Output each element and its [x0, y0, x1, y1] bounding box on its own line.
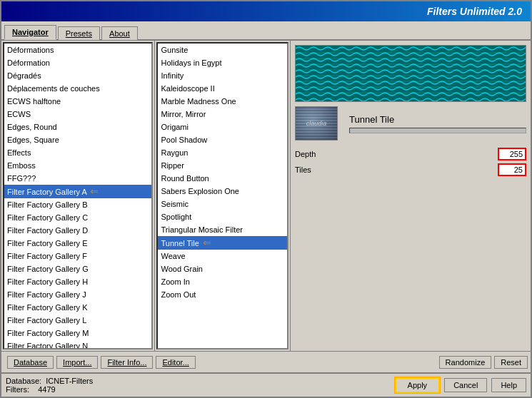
bottom-toolbar: Database Import... Filter Info... Editor… [1, 351, 531, 372]
import-button[interactable]: Import... [56, 356, 98, 369]
list-item[interactable]: Filter Factory Gallery C [4, 211, 151, 224]
right-panel: claudia Tunnel Tile Depth 255 [291, 41, 531, 351]
list-item[interactable]: Déplacements de couches [4, 82, 151, 95]
list-item-tunnel-tile[interactable]: Tunnel Tile ⇐ [158, 236, 287, 250]
status-info: Database: ICNET-Filters Filters: 4479 [6, 377, 93, 394]
list-item[interactable]: Seismic [158, 198, 287, 210]
list-item[interactable]: Dégradés [4, 69, 151, 82]
list-item[interactable]: Holidays in Egypt [158, 56, 287, 69]
param-row-depth: Depth 255 [295, 148, 526, 160]
cancel-button[interactable]: Cancel [444, 378, 487, 392]
preview-image [295, 45, 526, 102]
list-item[interactable]: Filter Factory Gallery J [4, 288, 151, 301]
filter-info-button[interactable]: Filter Info... [101, 356, 153, 369]
list-item[interactable]: Filter Factory Gallery M [4, 327, 151, 340]
param-label-depth: Depth [295, 150, 498, 158]
action-buttons: Apply Cancel Help [136, 377, 526, 393]
list-item[interactable]: Triangular Mosaic Filter [158, 223, 287, 236]
preview-svg [296, 46, 526, 101]
tab-about[interactable]: About [101, 26, 138, 40]
filter-column: Gunsite Holidays in Egypt Infinity Kalei… [154, 41, 290, 351]
list-item[interactable]: Pool Shadow [158, 133, 287, 146]
list-item[interactable]: ECWS [4, 108, 151, 121]
list-item[interactable]: Mirror, Mirror [158, 108, 287, 121]
list-item[interactable]: Filter Factory Gallery N [4, 340, 151, 349]
app-title: Filters Unlimited 2.0 [427, 6, 522, 17]
params-table: Depth 255 Tiles 25 [295, 148, 526, 179]
list-item[interactable]: Edges, Square [4, 133, 151, 146]
list-item[interactable]: Edges, Round [4, 121, 151, 133]
list-item[interactable]: Zoom Out [158, 288, 287, 301]
filter-name-label: Tunnel Tile [349, 114, 394, 125]
category-list[interactable]: Déformations Déformation Dégradés Déplac… [3, 42, 153, 349]
left-columns: Déformations Déformation Dégradés Déplac… [1, 41, 291, 351]
arrow-icon: ⇐ [90, 185, 99, 197]
database-button[interactable]: Database [7, 356, 54, 369]
thumbnail-label: claudia [306, 120, 327, 127]
list-item[interactable]: ECWS halftone [4, 95, 151, 108]
svg-rect-1 [296, 46, 526, 101]
help-button[interactable]: Help [491, 378, 526, 392]
randomize-button[interactable]: Randomize [439, 356, 492, 369]
tab-navigator[interactable]: Navigator [4, 25, 56, 40]
list-item[interactable]: Filter Factory Gallery H [4, 275, 151, 288]
tab-presets[interactable]: Presets [58, 26, 100, 40]
list-item[interactable]: Ripper [158, 159, 287, 172]
param-label-tiles: Tiles [295, 165, 498, 174]
list-item[interactable]: Emboss [4, 159, 151, 172]
list-item[interactable]: Weave [158, 250, 287, 262]
list-item[interactable]: Filter Factory Gallery L [4, 314, 151, 327]
reset-button[interactable]: Reset [494, 356, 528, 369]
list-item[interactable]: Infinity [158, 69, 287, 82]
param-row-tiles: Tiles 25 [295, 163, 526, 176]
preview-label-row: claudia Tunnel Tile [295, 106, 526, 141]
list-item[interactable]: Spotlight [158, 210, 287, 223]
list-item[interactable]: Wood Grain [158, 262, 287, 275]
list-item[interactable]: Round Button [158, 172, 287, 185]
list-item-selected[interactable]: Filter Factory Gallery A ⇐ [4, 185, 151, 198]
thumbnail-inner: claudia [296, 107, 337, 140]
database-status: Database: ICNET-Filters [6, 377, 93, 385]
tab-bar: Navigator Presets About [1, 21, 531, 41]
list-item[interactable]: Raygun [158, 146, 287, 159]
arrow-icon: ⇐ [203, 237, 211, 248]
apply-button[interactable]: Apply [395, 377, 441, 393]
list-item[interactable]: Filter Factory Gallery F [4, 250, 151, 262]
list-item[interactable]: Filter Factory Gallery G [4, 262, 151, 275]
category-column: Déformations Déformation Dégradés Déplac… [1, 41, 154, 351]
preview-thumbnail: claudia [295, 106, 338, 141]
title-bar: Filters Unlimited 2.0 [1, 1, 531, 21]
main-window: Filters Unlimited 2.0 Navigator Presets … [0, 0, 532, 398]
filters-status: Filters: 4479 [6, 385, 93, 394]
filter-list[interactable]: Gunsite Holidays in Egypt Infinity Kalei… [156, 42, 288, 349]
list-item[interactable]: Gunsite [158, 44, 287, 56]
list-item[interactable]: Effects [4, 146, 151, 159]
list-item[interactable]: Déformation [4, 56, 151, 69]
list-item[interactable]: Origami [158, 121, 287, 133]
list-item[interactable]: Zoom In [158, 275, 287, 288]
list-item[interactable]: Sabers Explosion One [158, 185, 287, 198]
list-item[interactable]: Filter Factory Gallery E [4, 237, 151, 250]
list-item[interactable]: Filter Factory Gallery B [4, 198, 151, 211]
list-item[interactable]: Kaleidoscope II [158, 82, 287, 95]
list-item[interactable]: Marble Madness One [158, 95, 287, 108]
param-value-depth[interactable]: 255 [498, 148, 526, 160]
list-item[interactable]: Filter Factory Gallery K [4, 301, 151, 314]
status-bar: Database: ICNET-Filters Filters: 4479 Ap… [1, 372, 531, 397]
editor-button[interactable]: Editor... [156, 356, 195, 369]
panels-row: Déformations Déformation Dégradés Déplac… [1, 41, 531, 351]
param-value-tiles[interactable]: 25 [498, 163, 526, 176]
list-item[interactable]: Déformations [4, 44, 151, 56]
list-item[interactable]: FFG??? [4, 172, 151, 185]
list-item[interactable]: Filter Factory Gallery D [4, 224, 151, 237]
